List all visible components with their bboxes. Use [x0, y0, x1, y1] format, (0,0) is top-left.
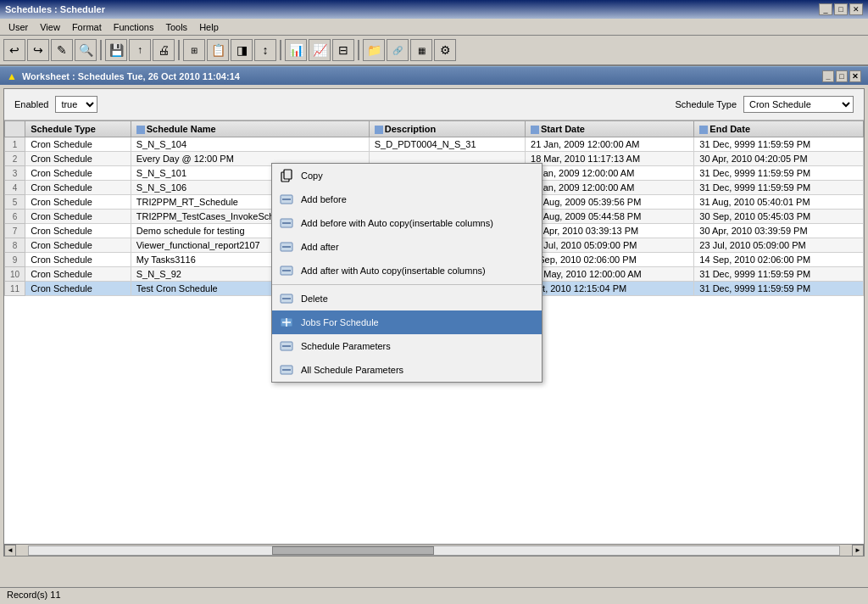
- ctx-item-add-before-auto[interactable]: Add before with Auto copy(insertable col…: [272, 211, 542, 235]
- ctx-label: Add before with Auto copy(insertable col…: [301, 218, 493, 228]
- scroll-area: ◄ ►: [4, 544, 864, 556]
- ctx-item-add-after[interactable]: Add after: [272, 235, 542, 259]
- cell-end: 30 Apr, 2010 03:39:59 PM: [694, 224, 864, 238]
- toolbar-table[interactable]: ▦: [410, 39, 432, 61]
- row-num: 2: [5, 152, 25, 166]
- toolbar-grid[interactable]: ⊞: [183, 39, 205, 61]
- toolbar-print[interactable]: 🖨: [153, 39, 175, 61]
- ws-minimize[interactable]: _: [822, 70, 834, 82]
- cell-start: 8 Jan, 2009 12:00:00 AM: [526, 166, 694, 181]
- params-icon: [279, 338, 294, 354]
- all-params-icon: [279, 362, 294, 378]
- cell-end: 31 Dec, 9999 11:59:59 PM: [694, 181, 864, 195]
- cell-type: Cron Schedule: [25, 282, 131, 296]
- scroll-right[interactable]: ►: [852, 545, 864, 556]
- cell-end: 30 Apr, 2010 04:20:05 PM: [694, 152, 864, 166]
- toolbar-export[interactable]: ↑: [129, 39, 151, 61]
- toolbar-search[interactable]: 🔍: [75, 39, 97, 61]
- toolbar-link[interactable]: 🔗: [387, 39, 409, 61]
- cell-start: 21 Jan, 2009 12:00:00 AM: [526, 137, 694, 152]
- menu-help[interactable]: Help: [194, 20, 224, 34]
- title-bar-buttons: _ □ ✕: [819, 3, 863, 15]
- menu-bar: User View Format Functions Tools Help: [0, 19, 868, 36]
- cell-start: Oct, 2010 12:15:04 PM: [526, 282, 694, 296]
- scroll-left[interactable]: ◄: [4, 545, 16, 556]
- ctx-label: Add after with Auto copy(insertable colu…: [301, 266, 486, 276]
- status-text: Record(s) 11: [7, 590, 61, 600]
- row-num: 7: [5, 224, 25, 238]
- close-button[interactable]: ✕: [849, 3, 863, 15]
- toolbar-forward[interactable]: ↪: [27, 39, 49, 61]
- menu-format[interactable]: Format: [67, 20, 107, 34]
- row-num: 11: [5, 282, 25, 296]
- row-num: 4: [5, 181, 25, 195]
- cell-type: Cron Schedule: [25, 224, 131, 238]
- window-title: Schedules : Scheduler: [5, 4, 105, 14]
- cell-end: 30 Sep, 2010 05:45:03 PM: [694, 210, 864, 224]
- worksheet-icon: ▲: [7, 70, 17, 82]
- cell-start: 8 Jan, 2009 12:00:00 AM: [526, 181, 694, 195]
- toolbar-save[interactable]: 💾: [105, 39, 127, 61]
- maximize-button[interactable]: □: [834, 3, 848, 15]
- schedule-type-label: Schedule Type: [675, 99, 737, 109]
- ctx-item-jobs[interactable]: Jobs For Schedule: [272, 310, 542, 334]
- ws-maximize[interactable]: □: [836, 70, 848, 82]
- menu-functions[interactable]: Functions: [108, 20, 159, 34]
- cell-type: Cron Schedule: [25, 152, 131, 166]
- toolbar-folder[interactable]: 📁: [363, 39, 385, 61]
- minimize-button[interactable]: _: [819, 3, 832, 15]
- ctx-item-delete[interactable]: Delete: [272, 287, 542, 310]
- toolbar-collapse[interactable]: ⊟: [332, 39, 354, 61]
- title-bar: Schedules : Scheduler _ □ ✕: [0, 0, 868, 19]
- cell-end: 31 Aug, 2010 05:40:01 PM: [694, 195, 864, 210]
- ctx-item-params[interactable]: Schedule Parameters: [272, 334, 542, 358]
- menu-view[interactable]: View: [35, 20, 65, 34]
- toolbar-graph[interactable]: 📈: [309, 39, 331, 61]
- toolbar-chart[interactable]: 📊: [285, 39, 307, 61]
- cell-end: 31 Dec, 9999 11:59:59 PM: [694, 166, 864, 181]
- add-before-icon: [279, 192, 294, 207]
- toolbar-edit[interactable]: ✎: [51, 39, 73, 61]
- svg-rect-1: [284, 170, 292, 179]
- enabled-select[interactable]: true false: [55, 96, 97, 113]
- col-description: Description: [369, 121, 525, 137]
- cell-start: 31 Aug, 2009 05:39:56 PM: [526, 195, 694, 210]
- ctx-separator: [272, 284, 542, 285]
- toolbar-split[interactable]: ◨: [231, 39, 253, 61]
- ctx-label: Copy: [301, 171, 323, 181]
- cell-start: 22 Jul, 2010 05:09:00 PM: [526, 238, 694, 253]
- add-after-icon: [279, 239, 294, 254]
- menu-tools[interactable]: Tools: [160, 20, 192, 34]
- cell-end: 31 Dec, 9999 11:59:59 PM: [694, 267, 864, 282]
- row-num: 9: [5, 253, 25, 267]
- ctx-item-add-after-auto[interactable]: Add after with Auto copy(insertable colu…: [272, 259, 542, 282]
- toolbar-copy[interactable]: 📋: [207, 39, 229, 61]
- h-scroll[interactable]: [28, 545, 840, 556]
- toolbar-settings[interactable]: ⚙: [434, 39, 456, 61]
- row-num: 5: [5, 195, 25, 210]
- menu-user[interactable]: User: [3, 20, 33, 34]
- context-menu: Copy Add before Add before with Auto cop…: [271, 163, 542, 383]
- col-schedule-name: Schedule Name: [131, 121, 369, 137]
- col-schedule-type: Schedule Type: [25, 121, 131, 137]
- ctx-item-all-params[interactable]: All Schedule Parameters: [272, 358, 542, 382]
- ws-close[interactable]: ✕: [849, 70, 861, 82]
- toolbar-back[interactable]: ↩: [3, 39, 25, 61]
- col-num: [5, 121, 25, 137]
- status-bar: Record(s) 11: [0, 587, 868, 604]
- cell-start: 31 Aug, 2009 05:44:58 PM: [526, 210, 694, 224]
- cell-end: 31 Dec, 9999 11:59:59 PM: [694, 282, 864, 296]
- h-scroll-thumb: [272, 546, 434, 555]
- ctx-item-add-before[interactable]: Add before: [272, 187, 542, 211]
- cell-end: 23 Jul, 2010 05:09:00 PM: [694, 238, 864, 253]
- col-end-date: End Date: [694, 121, 864, 137]
- ctx-label: All Schedule Parameters: [301, 365, 403, 375]
- toolbar-sep-2: [178, 40, 180, 60]
- table-row[interactable]: 1 Cron Schedule S_N_S_104 S_D_PDT0004_N_…: [5, 137, 864, 152]
- add-after-auto-icon: [279, 263, 294, 278]
- toolbar-sort[interactable]: ↕: [254, 39, 276, 61]
- ctx-item-copy[interactable]: Copy: [272, 164, 542, 187]
- add-before-auto-icon: [279, 215, 294, 231]
- toolbar-sep-4: [358, 40, 359, 60]
- schedule-type-select[interactable]: Cron Schedule All: [743, 96, 854, 113]
